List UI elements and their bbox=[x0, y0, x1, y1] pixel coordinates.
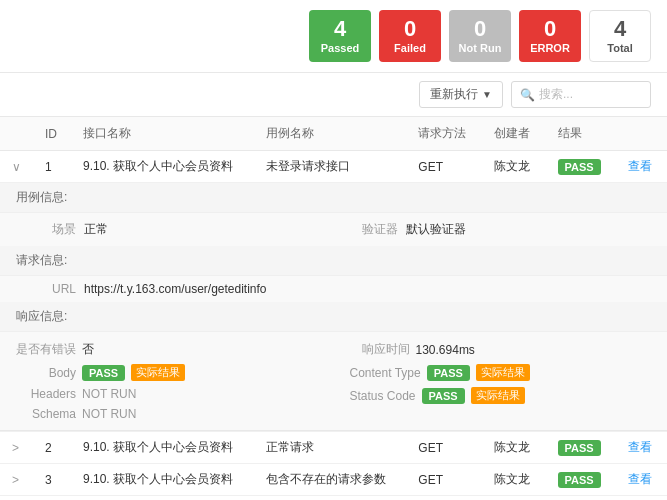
status-code-result: PASS bbox=[422, 388, 465, 404]
scene-row: 场景 正常 bbox=[16, 221, 330, 238]
headers-row: Headers NOT RUN bbox=[16, 384, 318, 404]
url-label: URL bbox=[16, 282, 76, 296]
row-action[interactable]: 查看 bbox=[616, 151, 667, 183]
expand-toggle[interactable]: > bbox=[0, 432, 33, 464]
row-case: 正常请求 bbox=[254, 432, 406, 464]
row-creator: 陈文龙 bbox=[482, 432, 545, 464]
col-case: 用例名称 bbox=[254, 117, 406, 151]
row-action[interactable]: 查看 bbox=[616, 464, 667, 496]
validator-value: 默认验证器 bbox=[406, 221, 466, 238]
table-row: ∨ 1 9.10. 获取个人中心会员资料 未登录请求接口 GET 陈文龙 PAS… bbox=[0, 151, 667, 183]
detail-panel: 用例信息: 场景 正常 验证器 默认验证器 请求信息: URL https://… bbox=[0, 183, 667, 431]
schema-result: NOT RUN bbox=[82, 407, 136, 421]
expand-toggle[interactable]: ∨ bbox=[0, 151, 33, 183]
row-interface: 9.10. 获取个人中心会员资料 bbox=[71, 496, 255, 501]
response-time-row: 响应时间 130.694ms bbox=[350, 338, 652, 361]
response-time-label: 响应时间 bbox=[350, 341, 410, 358]
failed-count: 0 bbox=[404, 18, 416, 40]
row-interface: 9.10. 获取个人中心会员资料 bbox=[71, 464, 255, 496]
status-code-label: Status Code bbox=[350, 389, 416, 403]
col-creator: 创建者 bbox=[482, 117, 545, 151]
chevron-down-icon: ▼ bbox=[482, 89, 492, 100]
notrun-stat: 0 Not Run bbox=[449, 10, 511, 62]
total-count: 4 bbox=[614, 18, 626, 40]
row-result: PASS bbox=[546, 151, 617, 183]
search-box[interactable]: 🔍 搜索... bbox=[511, 81, 651, 108]
table-row: > 4 9.10. 获取个人中心会员资料 POST方法请求 POST 陈文龙 P… bbox=[0, 496, 667, 501]
table-row: > 3 9.10. 获取个人中心会员资料 包含不存在的请求参数 GET 陈文龙 … bbox=[0, 464, 667, 496]
expand-toggle[interactable]: > bbox=[0, 496, 33, 501]
validator-row: 验证器 默认验证器 bbox=[338, 221, 652, 238]
table-row: > 2 9.10. 获取个人中心会员资料 正常请求 GET 陈文龙 PASS 查… bbox=[0, 432, 667, 464]
response-col-right: 响应时间 130.694ms Content Type PASS 实际结果 St… bbox=[334, 332, 668, 430]
failed-label: Failed bbox=[394, 42, 426, 54]
url-value: https://t.y.163.com/user/geteditinfo bbox=[84, 282, 267, 296]
row-action[interactable]: 查看 bbox=[616, 496, 667, 501]
response-section-title: 响应信息: bbox=[0, 302, 667, 332]
url-row: URL https://t.y.163.com/user/geteditinfo bbox=[0, 276, 667, 302]
passed-count: 4 bbox=[334, 18, 346, 40]
row-action[interactable]: 查看 bbox=[616, 432, 667, 464]
row-id: 1 bbox=[33, 151, 71, 183]
col-interface: 接口名称 bbox=[71, 117, 255, 151]
row-method: GET bbox=[406, 432, 482, 464]
total-stat: 4 Total bbox=[589, 10, 651, 62]
row-case: 包含不存在的请求参数 bbox=[254, 464, 406, 496]
expand-toggle[interactable]: > bbox=[0, 464, 33, 496]
notrun-count: 0 bbox=[474, 18, 486, 40]
col-id bbox=[0, 117, 33, 151]
failed-stat: 0 Failed bbox=[379, 10, 441, 62]
body-actual-tag[interactable]: 实际结果 bbox=[131, 364, 185, 381]
table-header-row: ID 接口名称 用例名称 请求方法 创建者 结果 bbox=[0, 117, 667, 151]
passed-label: Passed bbox=[321, 42, 360, 54]
search-icon: 🔍 bbox=[520, 88, 535, 102]
row-id: 4 bbox=[33, 496, 71, 501]
search-placeholder: 搜索... bbox=[539, 86, 573, 103]
col-action bbox=[616, 117, 667, 151]
error-stat: 0 ERROR bbox=[519, 10, 581, 62]
detail-panel-row: 用例信息: 场景 正常 验证器 默认验证器 请求信息: URL https://… bbox=[0, 183, 667, 432]
response-time-value: 130.694ms bbox=[416, 343, 475, 357]
use-case-info: 场景 正常 验证器 默认验证器 bbox=[0, 213, 667, 246]
row-creator: 陈文龙 bbox=[482, 464, 545, 496]
headers-label: Headers bbox=[16, 387, 76, 401]
body-row: Body PASS 实际结果 bbox=[16, 361, 318, 384]
rerun-button[interactable]: 重新执行 ▼ bbox=[419, 81, 503, 108]
error-label: ERROR bbox=[530, 42, 570, 54]
row-case: POST方法请求 bbox=[254, 496, 406, 501]
has-error-label: 是否有错误 bbox=[16, 341, 76, 358]
col-result: 结果 bbox=[546, 117, 617, 151]
stats-bar: 4 Passed 0 Failed 0 Not Run 0 ERROR 4 To… bbox=[0, 0, 667, 73]
row-id: 3 bbox=[33, 464, 71, 496]
status-code-actual-tag[interactable]: 实际结果 bbox=[471, 387, 525, 404]
row-interface: 9.10. 获取个人中心会员资料 bbox=[71, 432, 255, 464]
notrun-label: Not Run bbox=[459, 42, 502, 54]
rerun-label: 重新执行 bbox=[430, 86, 478, 103]
use-case-section-title: 用例信息: bbox=[0, 183, 667, 213]
request-section-title: 请求信息: bbox=[0, 246, 667, 276]
row-case: 未登录请求接口 bbox=[254, 151, 406, 183]
total-label: Total bbox=[607, 42, 632, 54]
content-type-label: Content Type bbox=[350, 366, 421, 380]
row-result: PASS bbox=[546, 464, 617, 496]
body-label: Body bbox=[16, 366, 76, 380]
content-type-row: Content Type PASS 实际结果 bbox=[350, 361, 652, 384]
col-id-num: ID bbox=[33, 117, 71, 151]
headers-result: NOT RUN bbox=[82, 387, 136, 401]
body-result: PASS bbox=[82, 365, 125, 381]
response-col-left: 是否有错误 否 Body PASS 实际结果 Headers NOT RUN bbox=[0, 332, 334, 430]
has-error-value: 否 bbox=[82, 341, 94, 358]
error-count: 0 bbox=[544, 18, 556, 40]
row-method: POST bbox=[406, 496, 482, 501]
content-type-actual-tag[interactable]: 实际结果 bbox=[476, 364, 530, 381]
row-result: PASS bbox=[546, 496, 617, 501]
content-type-result: PASS bbox=[427, 365, 470, 381]
status-code-row: Status Code PASS 实际结果 bbox=[350, 384, 652, 407]
response-grid: 是否有错误 否 Body PASS 实际结果 Headers NOT RUN bbox=[0, 332, 667, 430]
col-method: 请求方法 bbox=[406, 117, 482, 151]
results-table: ID 接口名称 用例名称 请求方法 创建者 结果 ∨ 1 9.10. 获取个人中… bbox=[0, 117, 667, 500]
scene-value: 正常 bbox=[84, 221, 108, 238]
row-result: PASS bbox=[546, 432, 617, 464]
validator-label: 验证器 bbox=[338, 221, 398, 238]
passed-stat: 4 Passed bbox=[309, 10, 371, 62]
